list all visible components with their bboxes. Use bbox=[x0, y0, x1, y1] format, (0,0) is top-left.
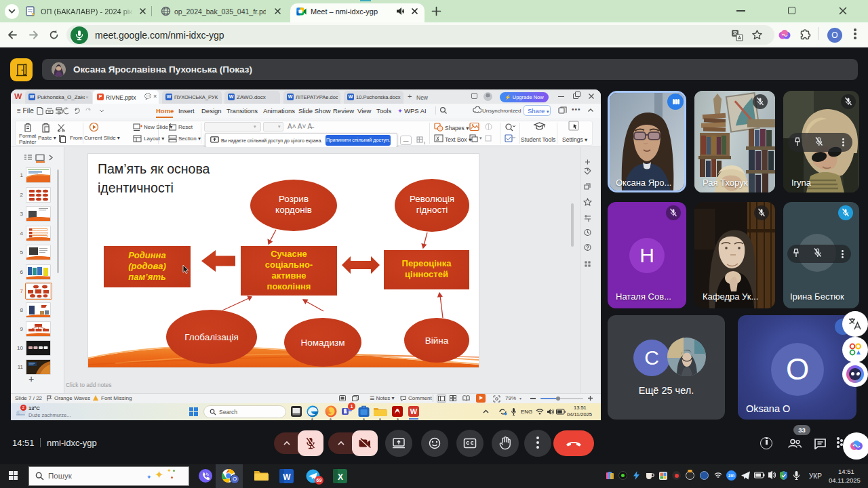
svg-text:гідності: гідності bbox=[416, 205, 448, 215]
svg-text:кордонів: кордонів bbox=[275, 205, 312, 215]
svg-text:покоління: покоління bbox=[267, 281, 311, 291]
svg-text:Родинна: Родинна bbox=[128, 250, 165, 260]
svg-text:Революція: Революція bbox=[410, 194, 454, 204]
svg-text:активне: активне bbox=[271, 270, 306, 281]
svg-text:W: W bbox=[283, 472, 291, 482]
svg-text:Номадизм: Номадизм bbox=[301, 338, 345, 348]
svg-text:Переоцінка: Переоцінка bbox=[402, 258, 452, 268]
svg-text:Сучасне: Сучасне bbox=[271, 249, 307, 259]
svg-text:W: W bbox=[410, 407, 418, 415]
svg-text:цінностей: цінностей bbox=[405, 269, 448, 279]
svg-text:соціально-: соціально- bbox=[265, 260, 313, 270]
svg-text:Глобалізація: Глобалізація bbox=[184, 332, 239, 342]
svg-text:пам’ять: пам’ять bbox=[128, 272, 165, 282]
svg-text:(родова): (родова) bbox=[128, 261, 165, 271]
svg-text:X: X bbox=[338, 472, 343, 482]
svg-text:Розрив: Розрив bbox=[279, 194, 309, 204]
svg-text:Війна: Війна bbox=[425, 336, 449, 346]
